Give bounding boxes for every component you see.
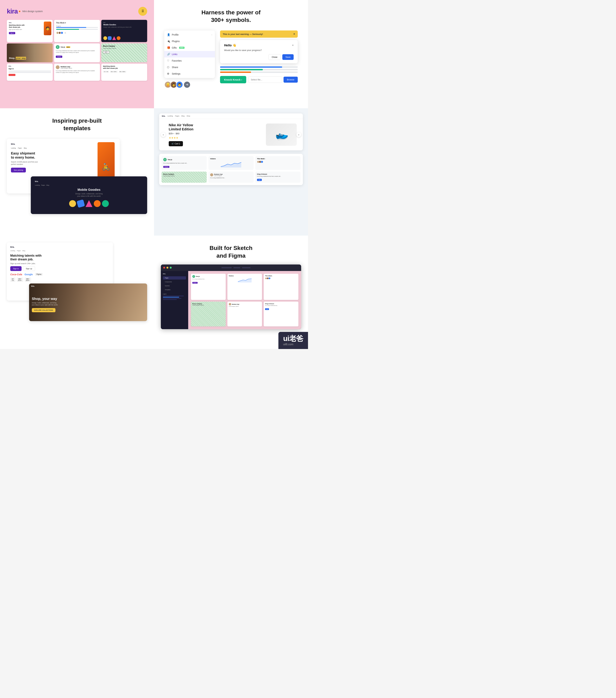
dash-vuejs-btn[interactable]: Deploy [163,166,169,168]
modal-header: Hello 👋 × [224,43,294,47]
nike-cart-btn[interactable]: 🛒 Cart ‡ [169,141,183,146]
kira-grid-btn[interactable]: ⠿ [138,7,147,16]
explore-btn[interactable]: EXPLORE COLLECTIONS [32,308,55,312]
bl-logo: kira. [10,246,110,248]
screenshot-signin: kira. Sign in [7,64,53,81]
progress-bars [220,66,298,73]
dash-vuejs-header: V Vue.js [163,158,205,161]
bl-action-btns: Sign in Sign up [10,266,110,271]
knock-knock-btn[interactable]: Knock Knock › [220,76,246,83]
tp2-content: Mobile Goodies Design, build, collaborat… [35,188,143,207]
canvas-vuejs: V Vue.js It is a long established fact..… [191,274,226,300]
bl-body: Sign up and search 14k+ jobs. [10,263,110,265]
bl-signup-btn[interactable]: Sign up [23,266,35,271]
share-label: Share [172,66,178,69]
screenshot-mobile-goodies: kira. Mobile Goodies Design, build, coll… [101,20,147,42]
menu-item-favorites[interactable]: ♡ Favorites [164,57,215,64]
bl-stats: 10+10k $3k+$24k+ $9k+$99k+ [10,278,110,282]
kira-tagline: Mini design system [23,10,43,13]
sc-btn[interactable]: Sign in [9,32,15,34]
toolbar-yellow [167,267,168,269]
stats-title: Matching talentswith their dream job. [103,65,145,69]
right-col: This is your last warning — Seriously! ×… [220,30,298,83]
pb-fill-blue [220,66,282,68]
modal-save-btn[interactable]: Save [282,54,294,60]
bruce-name: Bruce Campos [103,45,145,47]
stat-2: $3k+ / $24k+ [110,71,118,73]
progress-bar-2 [56,29,98,30]
shop-text: Shop, your way [9,57,26,59]
favorites-label: Favorites [172,59,182,62]
templates-preview: kira. Landing Pages Blog Easy shipmentto… [7,139,147,214]
nonkosi-header: Nonkosi Joyi Lead Designer @Kira [56,65,98,69]
watermark-sub: uil8.com [283,343,303,346]
tp2-nav: Landing Pages Blog [35,184,143,186]
prev-arrow[interactable]: ‹ [161,132,166,137]
grid-icon: ⠿ [141,9,144,13]
symbols-section: Harness the power of300+ symbols. 👤 Prof… [154,0,308,108]
left-col: 👤 Profile › 🔌 Plugins 🎁 Gifts NEW [164,30,215,88]
bruce-role: Lead Designer @Kira [103,47,145,49]
warning-close-icon[interactable]: × [293,32,295,36]
next-arrow[interactable]: › [296,132,301,137]
menu-item-profile[interactable]: 👤 Profile › [164,31,215,38]
file-input[interactable] [248,76,282,83]
screenshot-vuejs: V Vue.js NEW It is a long established fa… [54,43,100,62]
shop-title: Shop, your way [9,57,26,59]
kira-header: kira Mini design system ⠿ [7,7,147,16]
tp-btn[interactable]: See pricing [11,168,26,172]
bl-title: Matching talents withtheir dream job. [10,254,110,261]
browse-btn[interactable]: Browse [283,76,298,83]
dark-card-nav: kira. [31,285,145,287]
menu-item-links[interactable]: 🔗 Links [164,51,215,57]
nike-price: $35+ - $60 [169,132,263,135]
modal-body: Would you like to save your progress? [224,49,294,52]
cv-btn[interactable]: Deploy [192,282,198,284]
app-content: kira. ▫ Pages ▫ Components ▫ Symbols ▫ T… [161,271,301,329]
dash-king-crimson: King Crimson It is a long established fa… [255,171,300,183]
profile-label: Profile [172,33,179,36]
screenshot-nonkosi: Nonkosi Joyi Lead Designer @Kira It is a… [54,64,100,81]
menu-item-gifts[interactable]: 🎁 Gifts NEW [164,44,215,51]
modal-close-btn[interactable]: Close [268,54,281,60]
avatars-row: 👱 👩 👨 +6 [164,81,215,88]
progress-bar-1: Progress [56,26,98,28]
bl-dark-card: kira. Shop, your way Design, build, coll… [29,283,147,321]
pb-fill-green [220,69,263,70]
dash-this-week: This Week - [255,156,300,170]
product-outer: kira. Landing Pages Blog Shop ‹ Nike Air… [159,113,303,185]
add-btn[interactable]: Add ▾ [103,51,109,53]
links-icon: 🔗 [167,53,170,56]
warning-toast: This is your last warning — Seriously! × [220,30,298,38]
bl-signin-btn[interactable]: Sign in [10,266,22,271]
nonkosi-role: Lead Designer @Kira [60,68,72,69]
favorites-icon: ♡ [167,59,170,62]
kira-logo: kira Mini design system [7,8,43,15]
mg-shapes [103,36,145,40]
toolbar-green [170,267,172,269]
menu-item-plugins[interactable]: 🔌 Plugins [164,38,215,44]
nonkosi-body: It is a long established fact that a rea… [56,70,98,73]
screenshot-shop: Shop, your way [7,43,53,62]
king-crimson-btn[interactable]: Add [257,179,262,181]
profile-chevron: › [211,34,212,36]
plugins-icon: 🔌 [167,40,170,43]
pb-fill-1 [56,27,86,28]
dash-bruce-name: Bruce Campos [163,173,205,175]
menu-item-settings[interactable]: ⚙ Settings [164,70,215,77]
bottom-left-section: kira. Landing Pages Blog Matching talent… [0,236,154,349]
symbols-layout: 👤 Profile › 🔌 Plugins 🎁 Gifts NEW [164,30,298,88]
modal-close-icon[interactable]: × [292,44,294,47]
menu-item-share[interactable]: ⬡ Share [164,64,215,70]
templates-section: Inspiring pre-builttemplates kira. Landi… [0,108,154,236]
avatar-3: 👨 [176,81,183,88]
avatar-count-text: +6 [64,32,66,34]
pb-fill-orange [220,71,251,73]
kc-canvas-btn[interactable]: Add [265,308,269,310]
dash-bruce: Bruce Campos Lead Designer @Kira [162,171,207,183]
pb-fill-2 [56,29,79,30]
screenshot-progress: This Week ▾ Progress +6 [54,20,100,42]
nike-info: Nike Air YellowLimited Edition $35+ - $6… [165,123,263,146]
deploy-btn[interactable]: Deploy [56,56,62,58]
dash-nonkosi: Nonkosi Joyi Lead Designer It is a long … [208,171,254,183]
